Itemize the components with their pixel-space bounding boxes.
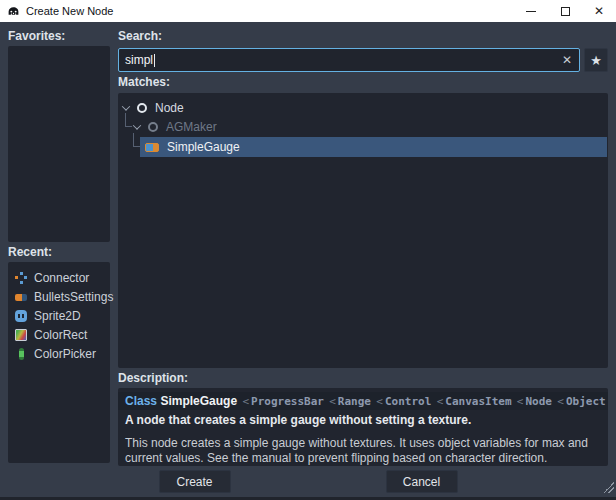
recent-item-bulletssettings[interactable]: BulletsSettings xyxy=(8,287,110,306)
recent-item-label: ColorRect xyxy=(34,328,87,342)
recent-item-sprite2d[interactable]: Sprite2D xyxy=(8,306,110,325)
search-row: simpl ✕ ★ xyxy=(118,48,608,72)
inheritance-separator: < xyxy=(435,395,446,408)
class-description: This node creates a simple gauge without… xyxy=(125,436,601,466)
class-name: SimpleGauge xyxy=(160,394,237,408)
recent-item-colorpicker[interactable]: ColorPicker xyxy=(8,344,110,363)
ancestor-class[interactable]: Node xyxy=(525,395,552,408)
recent-item-label: BulletsSettings xyxy=(34,290,113,304)
recent-item-label: ColorPicker xyxy=(34,347,96,361)
ancestor-class[interactable]: Control xyxy=(385,395,431,408)
recent-label: Recent: xyxy=(8,245,52,259)
recent-panel: Connector BulletsSettings Sprite2D Color… xyxy=(8,262,110,463)
godot-logo-icon xyxy=(7,5,20,18)
class-summary: A node that creates a simple gauge witho… xyxy=(125,413,601,427)
search-label: Search: xyxy=(118,29,162,43)
ancestor-class[interactable]: Object xyxy=(566,395,606,408)
tree-item-simplegauge[interactable]: SimpleGauge xyxy=(118,137,608,157)
bullets-settings-icon xyxy=(15,291,27,303)
matches-panel: Node AGMaker SimpleGauge xyxy=(118,93,608,368)
ancestor-class[interactable]: ProgressBar xyxy=(251,395,324,408)
node-class-icon xyxy=(148,122,158,132)
minimize-icon xyxy=(526,11,536,12)
class-keyword: Class xyxy=(125,394,157,408)
sprite2d-icon xyxy=(15,310,27,322)
ancestor-class[interactable]: CanvasItem xyxy=(445,395,511,408)
search-input[interactable]: simpl ✕ xyxy=(118,48,580,72)
recent-item-colorrect[interactable]: ColorRect xyxy=(8,325,110,344)
close-button[interactable]: ✕ xyxy=(582,0,616,22)
tree-item-label: AGMaker xyxy=(166,120,217,134)
window-controls: ✕ xyxy=(514,0,616,22)
inheritance-separator: < xyxy=(327,395,338,408)
connector-icon xyxy=(15,272,27,284)
chevron-down-icon[interactable] xyxy=(122,102,130,110)
inheritance-separator: < xyxy=(240,395,251,408)
tree-item-label: Node xyxy=(155,101,184,115)
create-new-node-dialog: Create New Node ✕ Favorites: Recent: Con… xyxy=(0,0,616,500)
recent-item-label: Connector xyxy=(34,271,89,285)
text-caret xyxy=(154,54,155,67)
maximize-button[interactable] xyxy=(548,0,582,22)
recent-item-connector[interactable]: Connector xyxy=(8,268,110,287)
window-title: Create New Node xyxy=(26,5,113,17)
recent-item-label: Sprite2D xyxy=(34,309,81,323)
class-inheritance-line: Class SimpleGauge <ProgressBar <Range <C… xyxy=(118,392,608,410)
create-button[interactable]: Create xyxy=(159,470,231,493)
maximize-icon xyxy=(561,7,570,16)
dialog-footer: Create Cancel xyxy=(0,470,616,493)
inheritance-separator: < xyxy=(515,395,526,408)
tree-item-agmaker[interactable]: AGMaker xyxy=(118,117,608,137)
inheritance-separator: < xyxy=(374,395,385,408)
star-icon: ★ xyxy=(590,53,602,68)
description-label: Description: xyxy=(118,371,188,385)
description-panel: Class SimpleGauge <ProgressBar <Range <C… xyxy=(118,388,608,466)
favorites-panel xyxy=(8,46,110,242)
titlebar: Create New Node ✕ xyxy=(0,0,616,22)
cancel-button[interactable]: Cancel xyxy=(386,470,458,493)
favorite-toggle-button[interactable]: ★ xyxy=(584,48,608,72)
selected-row-highlight[interactable]: SimpleGauge xyxy=(140,137,607,157)
tree-item-node[interactable]: Node xyxy=(118,98,608,118)
clear-search-icon[interactable]: ✕ xyxy=(562,53,572,67)
colorrect-icon xyxy=(15,329,27,341)
simplegauge-class-icon xyxy=(145,143,159,152)
inheritance-separator: < xyxy=(555,395,566,408)
chevron-down-icon[interactable] xyxy=(133,121,141,129)
tree-item-label: SimpleGauge xyxy=(167,140,240,154)
ancestor-class[interactable]: Range xyxy=(338,395,371,408)
matches-label: Matches: xyxy=(118,75,170,89)
search-value: simpl xyxy=(125,53,153,67)
colorpicker-icon xyxy=(15,348,27,360)
favorites-label: Favorites: xyxy=(8,29,65,43)
minimize-button[interactable] xyxy=(514,0,548,22)
node-class-icon xyxy=(137,103,147,113)
resize-grip[interactable] xyxy=(603,482,614,493)
